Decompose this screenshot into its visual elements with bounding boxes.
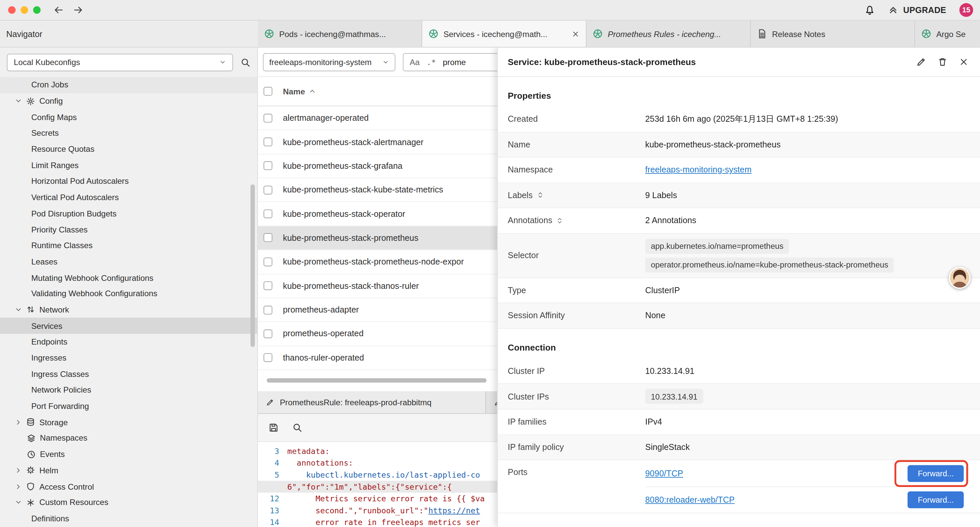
sidebar-item-label: Endpoints xyxy=(31,337,67,347)
row-checkbox[interactable] xyxy=(264,209,272,218)
sidebar-item-pod-disruption-budgets[interactable]: Pod Disruption Budgets xyxy=(0,205,257,221)
port-row: 9090/TCPForward... xyxy=(645,460,965,486)
user-avatar[interactable] xyxy=(949,267,970,289)
sidebar-item-config[interactable]: Config xyxy=(0,93,257,109)
horizontal-scrollbar-thumb[interactable] xyxy=(267,378,487,382)
service-name: kube-prometheus-stack-operator xyxy=(283,209,405,218)
drawer-title: Service: kube-prometheus-stack-prometheu… xyxy=(508,57,696,67)
row-checkbox[interactable] xyxy=(264,306,272,314)
port-link[interactable]: 8080:reloader-web/TCP xyxy=(645,495,735,504)
document-tabs: Pods - icecheng@mathmas...Services - ice… xyxy=(258,21,980,47)
detail-label: IP families xyxy=(508,417,546,427)
match-case-toggle[interactable]: Aa xyxy=(410,57,420,66)
detail-value: SingleStack xyxy=(645,443,690,452)
sidebar-item-label: Runtime Classes xyxy=(31,241,93,250)
updown-icon xyxy=(26,306,35,314)
sidebar-item-definitions[interactable]: Definitions xyxy=(0,510,257,526)
sidebar-item-ingress-classes[interactable]: Ingress Classes xyxy=(0,366,257,382)
search-query[interactable]: prome xyxy=(443,57,466,66)
sidebar-item-resource-quotas[interactable]: Resource Quotas xyxy=(0,141,257,157)
row-checkbox[interactable] xyxy=(264,114,272,123)
namespace-link[interactable]: freeleaps-monitoring-system xyxy=(645,165,751,174)
sidebar-item-cron-jobs[interactable]: Cron Jobs xyxy=(0,77,257,93)
upgrade-button[interactable]: UPGRADE xyxy=(888,5,946,15)
service-name: kube-prometheus-stack-prometheus xyxy=(283,233,418,242)
close-tab-icon[interactable] xyxy=(571,30,579,38)
namespace-selector[interactable]: freeleaps-monitoring-system xyxy=(263,53,395,71)
editor-search-icon[interactable] xyxy=(292,423,302,433)
sidebar-item-endpoints[interactable]: Endpoints xyxy=(0,334,257,350)
row-checkbox[interactable] xyxy=(264,161,272,170)
line-number: 3 xyxy=(258,445,287,457)
notifications-bell-icon[interactable] xyxy=(865,5,875,15)
dock-tab-prometheusrule[interactable]: PrometheusRule: freeleaps-prod-rabbitmq xyxy=(258,391,486,413)
chevron-down-icon xyxy=(382,58,389,65)
sidebar-item-storage[interactable]: Storage xyxy=(0,414,257,430)
sidebar-item-services[interactable]: Services xyxy=(0,318,257,334)
sidebar-item-network-policies[interactable]: Network Policies xyxy=(0,382,257,398)
sidebar-item-custom-resources[interactable]: Custom Resources xyxy=(0,494,257,510)
regex-toggle[interactable]: .* xyxy=(426,57,436,66)
sidebar-item-horizontal-pod-autoscalers[interactable]: Horizontal Pod Autoscalers xyxy=(0,173,257,189)
sidebar-item-access-control[interactable]: Access Control xyxy=(0,478,257,494)
tab-services-icecheng-math[interactable]: Services - icecheng@math... xyxy=(422,21,586,47)
sidebar-item-vertical-pod-autoscalers[interactable]: Vertical Pod Autoscalers xyxy=(0,189,257,205)
section-heading: Properties xyxy=(508,91,965,101)
row-checkbox[interactable] xyxy=(264,234,272,242)
sidebar-item-priority-classes[interactable]: Priority Classes xyxy=(0,221,257,237)
name-column-header[interactable]: Name xyxy=(283,87,305,96)
sidebar-item-network[interactable]: Network xyxy=(0,302,257,318)
sidebar-item-ingresses[interactable]: Ingresses xyxy=(0,350,257,366)
sidebar-item-namespaces[interactable]: Namespaces xyxy=(0,430,257,446)
select-all-checkbox[interactable] xyxy=(264,87,272,96)
row-checkbox[interactable] xyxy=(264,185,272,194)
sidebar-item-runtime-classes[interactable]: Runtime Classes xyxy=(0,237,257,253)
row-checkbox[interactable] xyxy=(264,137,272,146)
row-checkbox[interactable] xyxy=(264,258,272,266)
sidebar-item-leases[interactable]: Leases xyxy=(0,253,257,269)
save-icon[interactable] xyxy=(269,423,278,433)
sidebar-item-mutating-webhook-configurations[interactable]: Mutating Webhook Configurations xyxy=(0,269,257,285)
code-token: 6","for":"1m","labels":{"service":{ xyxy=(287,482,452,491)
sidebar-item-label: Mutating Webhook Configurations xyxy=(31,273,153,282)
row-checkbox[interactable] xyxy=(264,330,272,338)
forward-button[interactable]: Forward... xyxy=(908,491,964,508)
sidebar-item-validating-webhook-configuration[interactable]: Validating Webhook Configurations xyxy=(0,285,257,301)
sidebar-item-limit-ranges[interactable]: Limit Ranges xyxy=(0,157,257,173)
database-icon xyxy=(26,418,35,427)
tab-pods-icecheng-mathmas[interactable]: Pods - icecheng@mathmas... xyxy=(258,21,422,47)
details-drawer: Service: kube-prometheus-stack-prometheu… xyxy=(497,47,980,527)
zoom-window-button[interactable] xyxy=(33,6,40,14)
line-number: 12 xyxy=(258,493,287,505)
sidebar-item-label: Storage xyxy=(39,417,68,427)
edit-service-icon[interactable] xyxy=(916,57,926,67)
row-checkbox[interactable] xyxy=(264,282,272,290)
sidebar-item-config-maps[interactable]: Config Maps xyxy=(0,109,257,125)
close-drawer-icon[interactable] xyxy=(959,57,969,67)
tab-prometheus-rules-icecheng[interactable]: Prometheus Rules - icecheng... xyxy=(586,21,751,47)
navigator-header: Navigator xyxy=(0,21,258,47)
tab-argo-se[interactable]: Argo Se xyxy=(915,21,980,47)
notification-count-badge[interactable]: 15 xyxy=(959,3,973,17)
forward-icon[interactable] xyxy=(73,5,83,15)
delete-service-icon[interactable] xyxy=(938,57,948,67)
kubeconfig-selector[interactable]: Local Kubeconfigs xyxy=(7,53,233,71)
sidebar-item-helm[interactable]: Helm xyxy=(0,462,257,478)
forward-button[interactable]: Forward... xyxy=(908,465,964,482)
sidebar-item-label: Events xyxy=(40,450,65,459)
row-checkbox[interactable] xyxy=(264,353,272,362)
sidebar-item-events[interactable]: Events xyxy=(0,446,257,462)
line-number xyxy=(258,481,287,493)
sidebar-item-secrets[interactable]: Secrets xyxy=(0,125,257,141)
back-icon[interactable] xyxy=(54,5,64,15)
sidebar-search-icon[interactable] xyxy=(240,57,250,67)
close-window-button[interactable] xyxy=(8,6,15,14)
port-link[interactable]: 9090/TCP xyxy=(645,469,683,478)
sidebar-item-label: Services xyxy=(31,321,62,331)
tab-release-notes[interactable]: Release Notes xyxy=(751,21,915,47)
line-number: 14 xyxy=(258,516,287,527)
sidebar-item-port-forwarding[interactable]: Port Forwarding xyxy=(0,398,257,414)
minimize-window-button[interactable] xyxy=(21,6,28,14)
tab-label: Release Notes xyxy=(772,29,908,38)
sidebar-scrollbar-thumb[interactable] xyxy=(250,185,255,347)
